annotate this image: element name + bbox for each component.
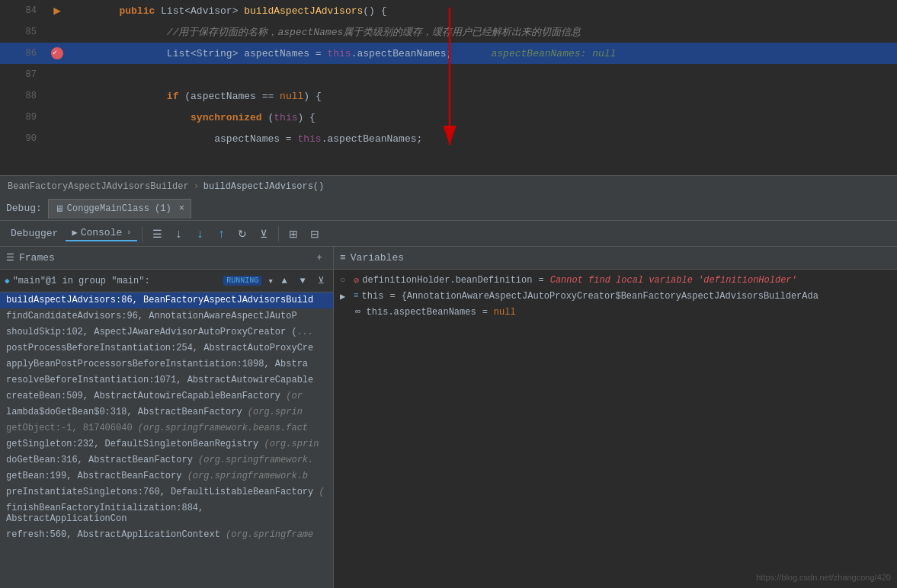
toolbar-btn-step-into[interactable]: ↓ bbox=[190, 224, 210, 244]
line-content-90: aspectNames = this.aspectBeanNames; bbox=[69, 122, 897, 156]
stack-frame-6[interactable]: createBean:509, AbstractAutowireCapableB… bbox=[0, 388, 333, 404]
var-item-aspectbeannames: ∞ this.aspectBeanNames = null bbox=[334, 305, 897, 320]
debug-label: Debug: bbox=[6, 203, 42, 214]
kw-this-86: this bbox=[327, 48, 351, 59]
var-name-0: definitionHolder.beanDefinition bbox=[362, 275, 532, 286]
var-this-icon: ≡ bbox=[354, 291, 359, 300]
var-value-null: null bbox=[494, 307, 516, 318]
debug-inline-value: aspectBeanNames: null bbox=[467, 48, 616, 59]
toolbar-sep-1 bbox=[142, 226, 143, 241]
stack-frames-list[interactable]: buildAspectJAdvisors:86, BeanFactoryAspe… bbox=[0, 292, 333, 588]
code-line-86: 86 List<String> aspectNames = this.aspec… bbox=[0, 43, 897, 64]
variables-header: ≡ Variables bbox=[334, 247, 897, 270]
frames-icon: ☰ bbox=[6, 252, 14, 264]
var-inf-icon: ∞ bbox=[355, 307, 360, 316]
var-equals-1: = bbox=[389, 291, 395, 302]
thread-icon: ◆ bbox=[5, 276, 10, 286]
var-value-0: Cannot find local variable 'definitionHo… bbox=[550, 275, 797, 286]
console-label: Console bbox=[81, 227, 123, 238]
debug-tab-close[interactable]: × bbox=[179, 203, 184, 214]
thread-name: "main"@1 in group "main": bbox=[13, 276, 221, 286]
code-editor: 84 ▶ public List<Advisor> buildAspectJAd… bbox=[0, 0, 897, 175]
stack-frame-4[interactable]: applyBeanPostProcessorsBeforeInstantiati… bbox=[0, 356, 333, 372]
kw-this-90: this bbox=[297, 133, 321, 145]
debug-header: Debug: 🖥 ConggeMainClass (1) × bbox=[0, 197, 897, 221]
stack-frame-3[interactable]: postProcessBeforeInstantiation:254, Abst… bbox=[0, 340, 333, 356]
frames-header-right: + bbox=[312, 251, 327, 266]
line-gutter-86 bbox=[46, 47, 69, 59]
arrow-marker-icon: ▶ bbox=[53, 3, 61, 18]
stack-frame-5[interactable]: resolveBeforeInstantiation:1071, Abstrac… bbox=[0, 372, 333, 388]
stack-frame-7[interactable]: lambda$doGetBean$0:318, AbstractBeanFact… bbox=[0, 404, 333, 420]
var-name-aspectbeannames: this.aspectBeanNames bbox=[367, 307, 476, 318]
variables-icon: ≡ bbox=[340, 252, 346, 264]
line-gutter-84: ▶ bbox=[46, 3, 69, 18]
stack-frame-1[interactable]: findCandidateAdvisors:96, AnnotationAwar… bbox=[0, 308, 333, 324]
breadcrumb-part2: buildAspectJAdvisors() bbox=[203, 181, 324, 192]
breakpoint-icon bbox=[51, 47, 63, 59]
bottom-panels: ☰ Frames + ◆ "main"@1 in group "main": R… bbox=[0, 247, 897, 588]
breadcrumb-separator: › bbox=[194, 181, 199, 192]
watermark: https://blog.csdn.net/zhangcong/420 bbox=[756, 573, 891, 582]
variables-title: Variables bbox=[351, 252, 404, 264]
var-item-definition-holder: ○ ⊘ definitionHolder.beanDefinition = Ca… bbox=[334, 273, 897, 289]
debugger-tab[interactable]: Debugger bbox=[5, 226, 64, 241]
line-number-87: 87 bbox=[0, 69, 46, 80]
stack-frame-12[interactable]: preInstantiateSingletons:760, DefaultLis… bbox=[0, 484, 333, 500]
variables-list: ○ ⊘ definitionHolder.beanDefinition = Ca… bbox=[334, 270, 897, 588]
line-number-86: 86 bbox=[0, 48, 46, 59]
toolbar-btn-grid[interactable]: ⊞ bbox=[284, 224, 303, 244]
console-tab[interactable]: ▶ Console › bbox=[66, 225, 137, 241]
toolbar: Debugger ▶ Console › ☰ ↓ ↓ ↑ ↻ ⊻ ⊞ ⊟ bbox=[0, 221, 897, 247]
debug-tab-icon: 🖥 bbox=[55, 203, 64, 215]
stack-frame-10[interactable]: doGetBean:316, AbstractBeanFactory (org.… bbox=[0, 452, 333, 468]
stack-frame-8[interactable]: getObject:-1, 817406040 (org.springframe… bbox=[0, 420, 333, 436]
stack-frame-0[interactable]: buildAspectJAdvisors:86, BeanFactoryAspe… bbox=[0, 292, 333, 308]
toolbar-btn-step-out[interactable]: ↑ bbox=[211, 224, 231, 244]
console-icon: ▶ bbox=[72, 227, 77, 238]
debug-tab-label: ConggeMainClass (1) bbox=[67, 203, 171, 214]
toolbar-sep-2 bbox=[278, 226, 279, 241]
stack-frame-2[interactable]: shouldSkip:102, AspectJAwareAdvisorAutoP… bbox=[0, 324, 333, 340]
toolbar-btn-rerun[interactable]: ☰ bbox=[147, 224, 167, 244]
frames-panel-header: ☰ Frames + bbox=[0, 247, 333, 270]
breadcrumb: BeanFactoryAspectJAdvisorsBuilder › buil… bbox=[0, 175, 897, 197]
console-arrow: › bbox=[127, 228, 131, 237]
line-number-90: 90 bbox=[0, 133, 46, 144]
frames-panel: ☰ Frames + ◆ "main"@1 in group "main": R… bbox=[0, 247, 334, 588]
stack-frame-11[interactable]: getBean:199, AbstractBeanFactory (org.sp… bbox=[0, 468, 333, 484]
toolbar-btn-step-over[interactable]: ↓ bbox=[168, 224, 188, 244]
line-number-88: 88 bbox=[0, 91, 46, 101]
var-equals-0: = bbox=[538, 275, 543, 286]
var-name-this: this bbox=[362, 291, 384, 302]
stack-frame-13[interactable]: finishBeanFactoryInitialization:884, Abs… bbox=[0, 500, 333, 527]
toolbar-btn-layout[interactable]: ⊟ bbox=[305, 224, 325, 244]
toolbar-btn-filter[interactable]: ⊻ bbox=[254, 224, 274, 244]
frames-header-left: ☰ Frames bbox=[6, 252, 55, 264]
breadcrumb-part1: BeanFactoryAspectJAdvisorsBuilder bbox=[8, 181, 189, 192]
code-line-90: 90 aspectNames = this.aspectBeanNames; bbox=[0, 128, 897, 149]
stack-frame-14[interactable]: refresh:560, AbstractApplicationContext … bbox=[0, 527, 333, 543]
line-number-89: 89 bbox=[0, 112, 46, 123]
toolbar-btn-run-cursor[interactable]: ↻ bbox=[232, 224, 252, 244]
thread-up-btn[interactable]: ▲ bbox=[277, 273, 292, 289]
var-item-this: ▶ ≡ this = {AnnotationAwareAspectJAutoPr… bbox=[334, 289, 897, 305]
line-number-85: 85 bbox=[0, 27, 46, 37]
line-number-84: 84 bbox=[0, 5, 46, 16]
thread-down-btn[interactable]: ▼ bbox=[295, 273, 310, 289]
var-expand-icon-0[interactable]: ○ bbox=[340, 275, 351, 286]
var-value-this: {AnnotationAwareAspectJAutoProxyCreator$… bbox=[402, 291, 819, 302]
var-equals-2: = bbox=[482, 307, 488, 318]
var-expand-icon-1[interactable]: ▶ bbox=[340, 291, 351, 302]
thread-dropdown-icon[interactable]: ▾ bbox=[267, 275, 274, 287]
thread-filter-btn[interactable]: ⊻ bbox=[313, 273, 328, 289]
thread-selector: ◆ "main"@1 in group "main": RUNNING ▾ ▲ … bbox=[0, 270, 333, 292]
frames-add-btn[interactable]: + bbox=[312, 251, 327, 266]
debug-tab[interactable]: 🖥 ConggeMainClass (1) × bbox=[48, 199, 191, 219]
stack-frame-9[interactable]: getSingleton:232, DefaultSingletonBeanRe… bbox=[0, 436, 333, 452]
running-badge: RUNNING bbox=[223, 276, 261, 286]
code-lines: 84 ▶ public List<Advisor> buildAspectJAd… bbox=[0, 0, 897, 149]
thread-controls: ▲ ▼ ⊻ bbox=[277, 273, 328, 289]
var-error-icon-0: ⊘ bbox=[354, 275, 359, 286]
variables-panel: ≡ Variables ○ ⊘ definitionHolder.beanDef… bbox=[334, 247, 897, 588]
